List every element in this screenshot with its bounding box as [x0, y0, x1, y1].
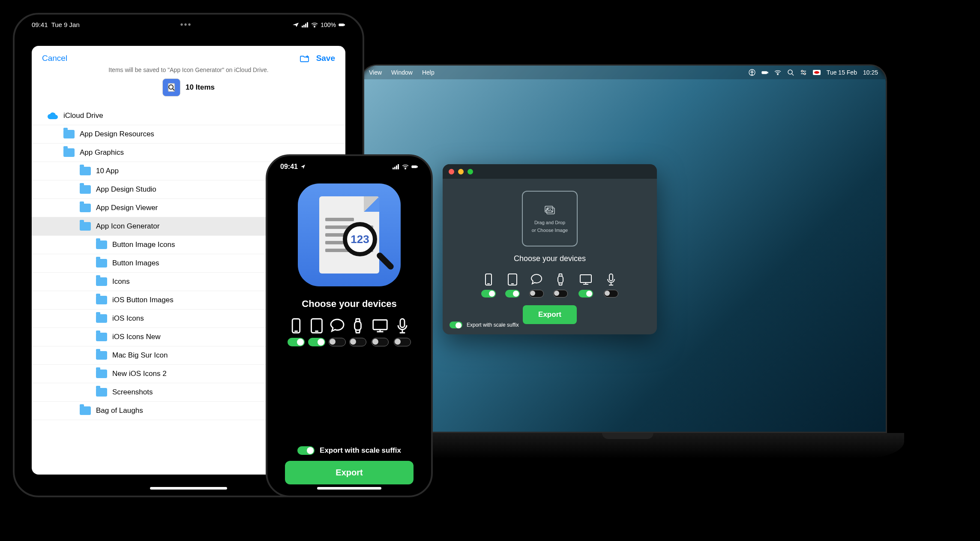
svg-rect-29	[396, 165, 397, 169]
menu-view[interactable]: View	[369, 69, 382, 76]
messages-icon	[329, 317, 346, 334]
device-toggle-ipad[interactable]	[308, 338, 325, 346]
svg-rect-28	[394, 167, 396, 169]
ipad-icon	[506, 273, 519, 286]
folder-icon	[80, 204, 91, 212]
device-option-watch	[349, 317, 366, 346]
tree-row-label: Button Image Icons	[112, 240, 175, 249]
accessibility-icon[interactable]	[749, 69, 755, 76]
tree-row-label: Mac Big Sur Icon	[112, 351, 168, 360]
traffic-light-minimize[interactable]	[458, 169, 464, 174]
battery-icon[interactable]	[761, 69, 768, 76]
tree-row-label: iOS Icons	[112, 314, 144, 323]
mac-icon	[577, 273, 594, 286]
input-source-flag-icon[interactable]	[813, 70, 821, 75]
scale-suffix-label: Export with scale suffix	[320, 446, 401, 455]
device-toggle-messages[interactable]	[529, 290, 544, 298]
cellular-icon	[393, 164, 399, 169]
iphone-notch	[315, 156, 384, 169]
traffic-light-zoom[interactable]	[468, 169, 473, 174]
traffic-light-close[interactable]	[449, 169, 454, 174]
device-toggle-iphone[interactable]	[288, 338, 305, 346]
multitask-dots-icon[interactable]: •••	[180, 20, 192, 30]
folder-icon	[96, 370, 107, 378]
macbook-hinge-notch	[602, 433, 653, 439]
svg-rect-24	[344, 24, 345, 25]
device-toggle-messages[interactable]	[329, 338, 346, 346]
home-indicator[interactable]	[150, 487, 227, 490]
tree-row-label: Button Images	[112, 259, 159, 267]
device-option-iphone	[481, 273, 496, 298]
device-toggle-iphone[interactable]	[481, 290, 496, 298]
app-icon-preview[interactable]: 123	[298, 183, 401, 286]
wifi-icon	[311, 22, 318, 27]
save-subtitle: Items will be saved to "App Icon Generat…	[32, 66, 345, 78]
device-toggle-ipad[interactable]	[505, 290, 520, 298]
tree-row-label: Icons	[112, 277, 130, 286]
tree-row-label: iOS Icons New	[112, 333, 160, 341]
wifi-icon	[402, 164, 409, 169]
macbook-device: View Window Help Tue 15 Feb 10:25 Drag a…	[360, 64, 887, 433]
tree-row-label: App Graphics	[80, 148, 124, 157]
battery-icon	[339, 22, 345, 27]
magnifier-icon: 123	[343, 222, 386, 265]
save-button[interactable]: Save	[316, 54, 335, 63]
menu-window[interactable]: Window	[391, 69, 413, 76]
devices-heading: Choose your devices	[302, 298, 396, 310]
svg-point-22	[314, 27, 315, 27]
home-indicator[interactable]	[317, 487, 381, 490]
tree-row-label: App Design Resources	[80, 130, 154, 138]
app-window: Drag and Drop or Choose Image Choose you…	[443, 164, 657, 334]
device-toggle-siri[interactable]	[604, 290, 618, 298]
svg-point-17	[804, 73, 806, 75]
menubar-date[interactable]: Tue 15 Feb	[827, 69, 857, 76]
control-center-icon[interactable]	[800, 69, 807, 76]
status-time: 09:41	[32, 21, 48, 28]
device-option-siri	[604, 273, 618, 298]
watch-icon	[554, 273, 567, 286]
folder-icon	[96, 240, 107, 249]
new-folder-icon[interactable]	[300, 54, 309, 62]
svg-point-16	[801, 70, 803, 72]
menubar-time[interactable]: 10:25	[863, 69, 878, 76]
siri-icon	[394, 317, 411, 334]
messages-icon	[530, 273, 543, 286]
svg-rect-20	[305, 24, 306, 27]
cancel-button[interactable]: Cancel	[42, 54, 67, 63]
scale-suffix-toggle[interactable]	[450, 322, 462, 328]
image-dropzone[interactable]: Drag and Drop or Choose Image	[522, 191, 578, 246]
dropzone-text-2: or Choose Image	[532, 228, 568, 233]
export-button[interactable]: Export	[285, 461, 414, 484]
svg-rect-12	[762, 71, 767, 74]
siri-icon	[604, 273, 618, 286]
device-toggle-watch[interactable]	[553, 290, 568, 298]
window-titlebar[interactable]	[443, 164, 657, 179]
device-toggle-watch[interactable]	[349, 338, 366, 346]
folder-icon	[80, 406, 91, 415]
macos-menubar: View Window Help Tue 15 Feb 10:25	[361, 66, 886, 79]
location-icon	[292, 22, 299, 27]
svg-rect-30	[398, 164, 399, 169]
folder-icon	[96, 277, 107, 286]
device-option-mac	[577, 273, 594, 298]
scale-suffix-toggle[interactable]	[297, 446, 315, 455]
tree-row[interactable]: iCloud Drive	[32, 107, 345, 125]
device-toggle-siri[interactable]	[394, 338, 411, 346]
svg-rect-18	[302, 26, 303, 27]
tree-row-label: Screenshots	[112, 388, 153, 397]
menu-help[interactable]: Help	[422, 69, 435, 76]
tree-row-label: iOS Button Images	[112, 296, 174, 304]
device-option-watch	[553, 273, 568, 298]
search-icon[interactable]	[787, 69, 794, 76]
wifi-icon[interactable]	[774, 69, 781, 76]
tree-row[interactable]: App Design Resources	[32, 125, 345, 144]
export-button[interactable]: Export	[523, 305, 577, 324]
tree-row-label: App Icon Generator	[96, 222, 159, 231]
folder-icon	[96, 314, 107, 323]
device-option-ipad	[308, 317, 325, 346]
location-icon	[300, 164, 306, 169]
device-toggle-mac[interactable]	[578, 290, 593, 298]
device-toggle-mac[interactable]	[372, 338, 389, 346]
svg-rect-32	[412, 165, 417, 168]
cellular-icon	[302, 22, 309, 27]
